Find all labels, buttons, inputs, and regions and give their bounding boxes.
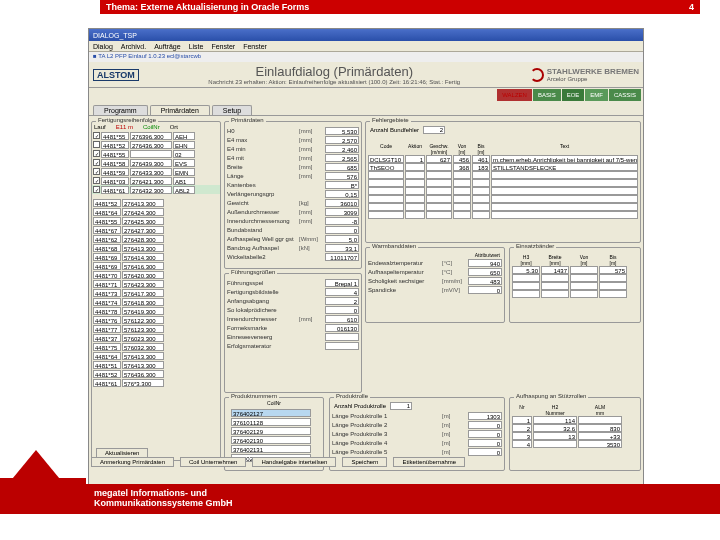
list-row[interactable]: 4481*69 576416.300: [92, 261, 220, 270]
produktn-item[interactable]: 376402130: [231, 436, 311, 444]
list-row[interactable]: 4481*52 276413.300: [92, 198, 220, 207]
row-value[interactable]: 2,570: [325, 136, 359, 144]
row-value[interactable]: 2,460: [325, 145, 359, 153]
produktn-item[interactable]: 376402129: [231, 427, 311, 435]
row-value[interactable]: 016130: [325, 324, 359, 332]
checkbox[interactable]: ✓: [93, 177, 100, 184]
row-value[interactable]: 650: [468, 268, 502, 276]
list-row[interactable]: ✓ 4481*58 276439.300 EVS: [92, 158, 220, 167]
menu-archiv[interactable]: Archivd.: [121, 43, 146, 50]
menu-fenster2[interactable]: Fenster: [243, 43, 267, 50]
row-value[interactable]: B*: [325, 181, 359, 189]
row-value[interactable]: 576: [325, 172, 359, 180]
checkbox[interactable]: ✓: [93, 159, 100, 166]
list-row[interactable]: 4481*75 576032.300: [92, 342, 220, 351]
menu-fenster[interactable]: Fenster: [211, 43, 235, 50]
row-value[interactable]: 33,1: [325, 244, 359, 252]
row-value[interactable]: [325, 333, 359, 341]
list-row[interactable]: ✓ 4481*55 276396.300 AEH: [92, 131, 220, 140]
list-row[interactable]: ✓ 4481*61 276432.300 ABL2: [92, 185, 220, 194]
nav-eoe[interactable]: EOE: [562, 89, 585, 101]
warmband-section: Warmbanddaten Attributwert Endewalztempe…: [365, 247, 505, 323]
list-row[interactable]: 4481*55 276425.300: [92, 216, 220, 225]
row-value[interactable]: 0: [325, 306, 359, 314]
nav-emf[interactable]: EMF: [585, 89, 608, 101]
list-row[interactable]: 4481*37 576023.300: [92, 333, 220, 342]
list-row[interactable]: 4481*76 576122.300: [92, 315, 220, 324]
list-row[interactable]: 4481*71 576423.300: [92, 279, 220, 288]
row-value[interactable]: 0: [468, 286, 502, 294]
row-value[interactable]: 0: [468, 448, 502, 456]
checkbox[interactable]: ✓: [93, 150, 100, 157]
btn-coil[interactable]: Coil Unternehmen: [180, 457, 246, 467]
list-row[interactable]: 4481*62 276428.300: [92, 234, 220, 243]
page-title: Einlaufdialog (Primärdaten): [139, 64, 530, 79]
list-row[interactable]: 4481*70 576420.300: [92, 270, 220, 279]
list-row[interactable]: 4481*74 576418.300: [92, 297, 220, 306]
nav-cassis[interactable]: CASSIS: [609, 89, 641, 101]
row-value[interactable]: [325, 342, 359, 350]
row-value[interactable]: 11011707: [325, 253, 359, 261]
list-row[interactable]: ✓ 4481*59 276433.300 EMN: [92, 167, 220, 176]
btn-speichern[interactable]: Speichern: [342, 457, 387, 467]
list-row[interactable]: 4481*68 576413.300: [92, 243, 220, 252]
list-row[interactable]: 4481*77 576123.300: [92, 324, 220, 333]
produktr-anzahl[interactable]: 1: [390, 402, 412, 410]
checkbox[interactable]: ✓: [93, 168, 100, 175]
list-row[interactable]: 4481*52 576436.300: [92, 369, 220, 378]
row-value[interactable]: 5,530: [325, 127, 359, 135]
list-row[interactable]: ✓ 4481*03 276421.300 AB1: [92, 176, 220, 185]
produktn-item[interactable]: 376402131: [231, 445, 311, 453]
menu-liste[interactable]: Liste: [189, 43, 204, 50]
tab-primaerdaten[interactable]: Primärdaten: [150, 105, 210, 115]
menu-auftraege[interactable]: Aufträge: [154, 43, 180, 50]
nav-basis[interactable]: BASIS: [533, 89, 561, 101]
row-value[interactable]: 36010: [325, 199, 359, 207]
row-value[interactable]: 0: [468, 421, 502, 429]
list-row[interactable]: 4481*64 276424.300: [92, 207, 220, 216]
row-value[interactable]: 0: [468, 439, 502, 447]
row-unit: [Wmm]: [299, 236, 323, 242]
btn-etiketten[interactable]: Etikettenübernahme: [393, 457, 465, 467]
list-row[interactable]: 4481*73 576417.300: [92, 288, 220, 297]
row-value[interactable]: 0,15: [325, 190, 359, 198]
btn-anmerkung[interactable]: Anmerkung Primärdaten: [91, 457, 174, 467]
feler-anzahl[interactable]: 2: [423, 126, 445, 134]
row-value[interactable]: 0: [325, 226, 359, 234]
row-value[interactable]: 3099: [325, 208, 359, 216]
cell-coil: 576423.300: [122, 280, 164, 288]
menu-dialog[interactable]: Dialog: [93, 43, 113, 50]
nav-walzen[interactable]: WALZEN: [497, 89, 532, 101]
row-value[interactable]: 940: [468, 259, 502, 267]
list-row[interactable]: 4481*64 576413.300: [92, 351, 220, 360]
produktn-item[interactable]: 376101128: [231, 418, 311, 426]
row-value[interactable]: 0: [468, 430, 502, 438]
row-value[interactable]: 4: [325, 288, 359, 296]
row-value[interactable]: 2: [325, 297, 359, 305]
produktn-item[interactable]: 376402127: [231, 409, 311, 417]
cell-id: 4481*51: [93, 361, 121, 369]
row-value[interactable]: 2,565: [325, 154, 359, 162]
list-row[interactable]: ✓ 4481*55 02: [92, 149, 220, 158]
checkbox[interactable]: ✓: [93, 132, 100, 139]
row-value[interactable]: 610: [325, 315, 359, 323]
row-value[interactable]: 1303: [468, 412, 502, 420]
tab-setup[interactable]: Setup: [212, 105, 252, 115]
page-subtitle: Nachricht 23 erhalten: Aktion: Einlaufre…: [139, 79, 530, 85]
row-value[interactable]: 483: [468, 277, 502, 285]
row-value[interactable]: 685: [325, 163, 359, 171]
list-row[interactable]: 4481*51 576413.300: [92, 360, 220, 369]
row-value[interactable]: Brepal 1: [325, 279, 359, 287]
list-row[interactable]: 4481*78 576419.300: [92, 306, 220, 315]
tab-programm[interactable]: Programm: [93, 105, 148, 115]
list-row[interactable]: 4481*69 576414.300: [92, 252, 220, 261]
row-value[interactable]: 5,0: [325, 235, 359, 243]
menubar: Dialog Archivd. Aufträge Liste Fenster F…: [89, 41, 643, 52]
checkbox[interactable]: ✓: [93, 186, 100, 193]
row-value[interactable]: -8: [325, 217, 359, 225]
list-row[interactable]: 4481*61 576*3.300: [92, 378, 220, 387]
list-row[interactable]: 4481*52 276436.300 EHN: [92, 140, 220, 149]
list-row[interactable]: 4481*67 276427.300: [92, 225, 220, 234]
checkbox[interactable]: [93, 141, 100, 148]
btn-handseingabe[interactable]: Handselgabe interteilsen: [252, 457, 336, 467]
